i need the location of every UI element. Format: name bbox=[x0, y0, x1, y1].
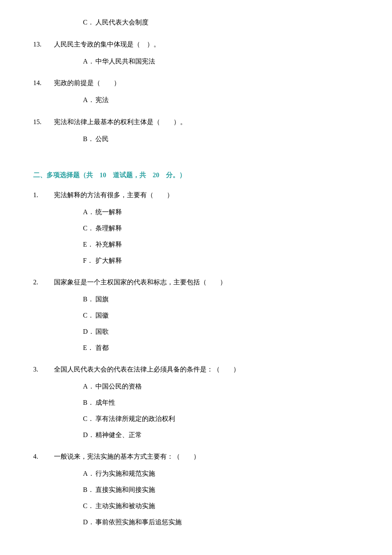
question-text: 一般说来，宪法实施的基本方式主要有：（ ） bbox=[54, 451, 359, 463]
question-row: 15. 宪法和法律上最基本的权利主体是（ ）。 bbox=[33, 116, 359, 128]
question-num: 15. bbox=[33, 116, 54, 128]
option-row: E． 首都 bbox=[83, 342, 359, 354]
question-row: 2. 国家象征是一个主权国家的代表和标志，主要包括（ ） bbox=[33, 276, 359, 289]
option-row: A． 宪法 bbox=[83, 94, 359, 106]
question-row: 13. 人民民主专政的集中体现是（ ）。 bbox=[33, 39, 359, 51]
option-label: C． bbox=[83, 17, 95, 29]
option-row: C． 条理解释 bbox=[83, 222, 359, 235]
option-text: 行为实施和规范实施 bbox=[95, 468, 155, 480]
option-row: B． 直接实施和间接实施 bbox=[83, 484, 359, 496]
option-row: D． 精神健全、正常 bbox=[83, 429, 359, 441]
option-row: C． 享有法律所规定的政治权利 bbox=[83, 413, 359, 425]
option-row: A． 中华人民共和国宪法 bbox=[83, 56, 359, 68]
question-num: 1. bbox=[33, 189, 54, 201]
question-text: 宪法解释的方法有很多，主要有（ ） bbox=[54, 189, 359, 201]
option-label: C． bbox=[83, 413, 95, 425]
option-row: A． 统一解释 bbox=[83, 206, 359, 218]
option-row: D． 事前依照实施和事后追惩实施 bbox=[83, 516, 359, 528]
question-num: 4. bbox=[33, 451, 54, 463]
option-row: F． 扩大解释 bbox=[83, 255, 359, 267]
option-label: A． bbox=[83, 468, 95, 480]
multi-question-3: 3. 全国人民代表大会的代表在法律上必须具备的条件是：（ ） A． 中国公民的资… bbox=[33, 364, 359, 441]
option-row: A． 行为实施和规范实施 bbox=[83, 468, 359, 480]
part1-section: C． 人民代表大会制度 13. 人民民主专政的集中体现是（ ）。 A． 中华人民… bbox=[33, 17, 359, 145]
question-num: 13. bbox=[33, 39, 54, 51]
option-label: C． bbox=[83, 500, 95, 512]
option-text: 人民代表大会制度 bbox=[95, 17, 149, 29]
question-15: 15. 宪法和法律上最基本的权利主体是（ ）。 B． 公民 bbox=[33, 116, 359, 145]
option-text: 主动实施和被动实施 bbox=[95, 500, 155, 512]
option-label: F． bbox=[83, 255, 95, 267]
question-continuation: C． 人民代表大会制度 bbox=[33, 17, 359, 29]
option-text: 补充解释 bbox=[95, 239, 122, 251]
option-label: A． bbox=[83, 381, 95, 393]
option-label: C． bbox=[83, 222, 95, 235]
option-label: B． bbox=[83, 133, 95, 145]
option-row: D． 国歌 bbox=[83, 326, 359, 338]
option-text: 首都 bbox=[95, 342, 109, 354]
question-text: 全国人民代表大会的代表在法律上必须具备的条件是：（ ） bbox=[54, 364, 359, 376]
question-num: 2. bbox=[33, 276, 54, 289]
option-row: B． 公民 bbox=[83, 133, 359, 145]
option-label: B． bbox=[83, 397, 95, 409]
option-text: 国歌 bbox=[95, 326, 109, 338]
question-num: 14. bbox=[33, 77, 54, 89]
option-text: 扩大解释 bbox=[95, 255, 122, 267]
option-text: 事前依照实施和事后追惩实施 bbox=[95, 516, 182, 528]
option-text: 宪法 bbox=[95, 94, 109, 106]
option-label: D． bbox=[83, 326, 95, 338]
multi-question-2: 2. 国家象征是一个主权国家的代表和标志，主要包括（ ） B． 国旗 C． 国徽… bbox=[33, 276, 359, 354]
question-row: 14. 宪政的前提是（ ） bbox=[33, 77, 359, 89]
option-text: 国旗 bbox=[95, 293, 109, 306]
option-row: B． 国旗 bbox=[83, 293, 359, 306]
question-14: 14. 宪政的前提是（ ） A． 宪法 bbox=[33, 77, 359, 106]
option-row: A． 中国公民的资格 bbox=[83, 381, 359, 393]
section-header: 二、多项选择题（共 10 道试题，共 20 分。） bbox=[33, 169, 359, 181]
option-label: B． bbox=[83, 293, 95, 306]
question-num: 3. bbox=[33, 364, 54, 376]
multi-question-1: 1. 宪法解释的方法有很多，主要有（ ） A． 统一解释 C． 条理解释 E． … bbox=[33, 189, 359, 266]
option-row: E． 补充解释 bbox=[83, 239, 359, 251]
option-text: 享有法律所规定的政治权利 bbox=[95, 413, 175, 425]
option-row: C． 人民代表大会制度 bbox=[83, 17, 359, 29]
question-text: 国家象征是一个主权国家的代表和标志，主要包括（ ） bbox=[54, 276, 359, 289]
option-text: 统一解释 bbox=[95, 206, 122, 218]
option-text: 直接实施和间接实施 bbox=[95, 484, 155, 496]
option-label: A． bbox=[83, 94, 95, 106]
option-label: A． bbox=[83, 56, 95, 68]
option-text: 国徽 bbox=[95, 310, 109, 322]
option-label: B． bbox=[83, 484, 95, 496]
option-text: 中国公民的资格 bbox=[95, 381, 142, 393]
option-label: D． bbox=[83, 429, 95, 441]
multi-question-4: 4. 一般说来，宪法实施的基本方式主要有：（ ） A． 行为实施和规范实施 B．… bbox=[33, 451, 359, 528]
option-label: D． bbox=[83, 516, 95, 528]
question-text: 宪法和法律上最基本的权利主体是（ ）。 bbox=[54, 116, 359, 128]
option-row: B． 成年性 bbox=[83, 397, 359, 409]
option-text: 条理解释 bbox=[95, 222, 122, 235]
option-text: 中华人民共和国宪法 bbox=[95, 56, 155, 68]
option-row: C． 主动实施和被动实施 bbox=[83, 500, 359, 512]
question-text: 人民民主专政的集中体现是（ ）。 bbox=[54, 39, 359, 51]
question-13: 13. 人民民主专政的集中体现是（ ）。 A． 中华人民共和国宪法 bbox=[33, 39, 359, 68]
question-row: 4. 一般说来，宪法实施的基本方式主要有：（ ） bbox=[33, 451, 359, 463]
option-label: E． bbox=[83, 239, 95, 251]
option-row: C． 国徽 bbox=[83, 310, 359, 322]
question-row: 3. 全国人民代表大会的代表在法律上必须具备的条件是：（ ） bbox=[33, 364, 359, 376]
option-label: E． bbox=[83, 342, 95, 354]
question-text: 宪政的前提是（ ） bbox=[54, 77, 359, 89]
option-text: 成年性 bbox=[95, 397, 115, 409]
option-label: A． bbox=[83, 206, 95, 218]
option-text: 公民 bbox=[95, 133, 109, 145]
part2-section: 二、多项选择题（共 10 道试题，共 20 分。） 1. 宪法解释的方法有很多，… bbox=[33, 169, 359, 528]
option-text: 精神健全、正常 bbox=[95, 429, 142, 441]
option-label: C． bbox=[83, 310, 95, 322]
question-row: 1. 宪法解释的方法有很多，主要有（ ） bbox=[33, 189, 359, 201]
